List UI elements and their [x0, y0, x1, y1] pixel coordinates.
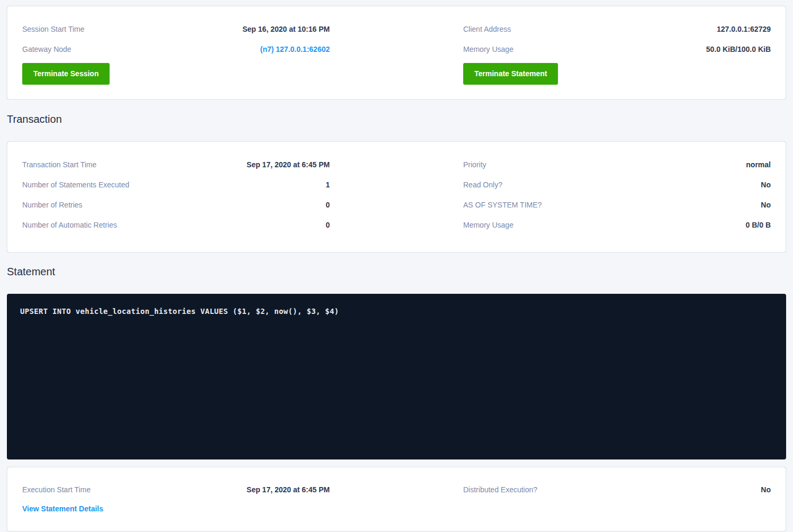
execution-start-time-label: Execution Start Time: [22, 485, 91, 494]
transaction-memory-usage-row: Memory Usage 0 B/0 B: [463, 215, 771, 235]
retries-row: Number of Retries 0: [22, 195, 330, 215]
transaction-start-time-label: Transaction Start Time: [22, 160, 96, 169]
transaction-card-left-column: Transaction Start Time Sep 17, 2020 at 6…: [22, 155, 330, 235]
as-of-system-time-value: No: [761, 201, 771, 209]
statement-execution-card: Execution Start Time Sep 17, 2020 at 6:4…: [7, 467, 786, 531]
session-memory-usage-label: Memory Usage: [463, 45, 513, 53]
client-address-row: Client Address 127.0.0.1:62729: [463, 19, 771, 39]
terminate-statement-button[interactable]: Terminate Statement: [463, 63, 558, 85]
view-statement-details-row: View Statement Details: [22, 502, 330, 515]
read-only-row: Read Only? No: [463, 175, 771, 195]
session-memory-usage-value: 50.0 KiB/100.0 KiB: [706, 45, 771, 53]
client-address-value: 127.0.0.1:62729: [717, 25, 771, 33]
sql-statement-box: UPSERT INTO vehicle_location_histories V…: [7, 294, 786, 459]
priority-value: normal: [746, 160, 771, 169]
terminate-session-button[interactable]: Terminate Session: [22, 63, 110, 85]
statements-executed-row: Number of Statements Executed 1: [22, 175, 330, 195]
execution-card-left-column: Execution Start Time Sep 17, 2020 at 6:4…: [22, 480, 330, 515]
transaction-start-time-row: Transaction Start Time Sep 17, 2020 at 6…: [22, 155, 330, 175]
view-statement-details-link[interactable]: View Statement Details: [22, 504, 103, 513]
execution-start-time-value: Sep 17, 2020 at 6:45 PM: [247, 485, 330, 494]
retries-label: Number of Retries: [22, 201, 83, 209]
session-start-time-value: Sep 16, 2020 at 10:16 PM: [242, 25, 330, 33]
execution-start-time-row: Execution Start Time Sep 17, 2020 at 6:4…: [22, 480, 330, 499]
automatic-retries-row: Number of Automatic Retries 0: [22, 215, 330, 235]
session-start-time-row: Session Start Time Sep 16, 2020 at 10:16…: [22, 19, 330, 39]
distributed-execution-row: Distributed Execution? No: [463, 480, 771, 499]
automatic-retries-value: 0: [326, 221, 330, 229]
transaction-memory-usage-value: 0 B/0 B: [746, 221, 771, 229]
transaction-card-right-column: Priority normal Read Only? No AS OF SYST…: [463, 155, 771, 235]
statements-executed-value: 1: [326, 181, 330, 189]
statement-section-heading: Statement: [7, 266, 786, 278]
priority-row: Priority normal: [463, 155, 771, 175]
distributed-execution-value: No: [761, 485, 771, 494]
gateway-node-link[interactable]: (n7) 127.0.0.1:62602: [260, 45, 330, 53]
statements-executed-label: Number of Statements Executed: [22, 181, 129, 189]
gateway-node-label: Gateway Node: [22, 45, 71, 53]
transaction-card: Transaction Start Time Sep 17, 2020 at 6…: [7, 141, 786, 253]
retries-value: 0: [326, 201, 330, 209]
read-only-value: No: [761, 181, 771, 189]
as-of-system-time-label: AS OF SYSTEM TIME?: [463, 201, 542, 209]
execution-card-right-column: Distributed Execution? No: [463, 480, 771, 515]
transaction-start-time-value: Sep 17, 2020 at 6:45 PM: [247, 160, 330, 169]
transaction-section-heading: Transaction: [7, 113, 786, 125]
distributed-execution-label: Distributed Execution?: [463, 485, 537, 494]
sql-statement-text: UPSERT INTO vehicle_location_histories V…: [20, 307, 773, 315]
priority-label: Priority: [463, 160, 486, 169]
session-card-right-column: Client Address 127.0.0.1:62729 Memory Us…: [463, 19, 771, 85]
gateway-node-row: Gateway Node (n7) 127.0.0.1:62602: [22, 39, 330, 59]
automatic-retries-label: Number of Automatic Retries: [22, 221, 117, 229]
as-of-system-time-row: AS OF SYSTEM TIME? No: [463, 195, 771, 215]
client-address-label: Client Address: [463, 25, 511, 33]
session-summary-card: Session Start Time Sep 16, 2020 at 10:16…: [7, 6, 786, 100]
read-only-label: Read Only?: [463, 181, 502, 189]
session-start-time-label: Session Start Time: [22, 25, 85, 33]
transaction-memory-usage-label: Memory Usage: [463, 221, 513, 229]
session-memory-usage-row: Memory Usage 50.0 KiB/100.0 KiB: [463, 39, 771, 59]
session-card-left-column: Session Start Time Sep 16, 2020 at 10:16…: [22, 19, 330, 85]
